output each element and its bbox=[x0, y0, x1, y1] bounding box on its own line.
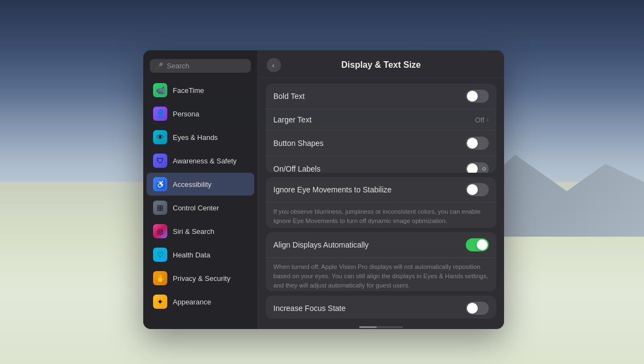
main-title: Display & Text Size bbox=[288, 60, 475, 70]
siri-search-icon: ◎ bbox=[153, 224, 167, 238]
accessibility-label: Accessibility bbox=[173, 180, 212, 189]
privacy-security-icon: ✋ bbox=[153, 271, 167, 285]
on-off-labels-toggle-thumb bbox=[467, 163, 478, 173]
settings-group-text-group: Bold TextLarger TextOff›Button ShapesOn/… bbox=[266, 84, 496, 173]
settings-window: 🎤 Search 📹FaceTime👤Persona👁Eyes & Hands🛡… bbox=[143, 50, 504, 329]
health-data-icon: ♡ bbox=[153, 248, 167, 262]
increase-focus-state-toggle[interactable] bbox=[466, 302, 489, 315]
bold-text-toggle[interactable] bbox=[466, 90, 489, 103]
sidebar-item-control-center[interactable]: ⊞Control Center bbox=[147, 196, 254, 219]
search-placeholder: Search bbox=[167, 62, 189, 70]
settings-row-increase-focus-state[interactable]: Increase Focus State bbox=[266, 296, 496, 319]
sidebar-item-facetime[interactable]: 📹FaceTime bbox=[147, 79, 254, 102]
bold-text-label: Bold Text bbox=[273, 92, 466, 101]
search-bar[interactable]: 🎤 Search bbox=[150, 59, 251, 73]
sidebar-item-appearance[interactable]: ✦Appearance bbox=[147, 290, 254, 313]
main-content: ‹ Display & Text Size Bold TextLarger Te… bbox=[258, 50, 504, 329]
sidebar-item-accessibility[interactable]: ♿Accessibility bbox=[147, 173, 254, 196]
awareness-safety-icon: 🛡 bbox=[153, 154, 167, 168]
align-displays-label: Align Displays Automatically bbox=[273, 240, 466, 249]
bold-text-toggle-thumb bbox=[467, 91, 478, 102]
facetime-label: FaceTime bbox=[173, 86, 204, 95]
sidebar-item-privacy-security[interactable]: ✋Privacy & Security bbox=[147, 267, 254, 290]
persona-icon: 👤 bbox=[153, 107, 167, 121]
settings-group-eye-movement-group: Ignore Eye Movements to StabilizeIf you … bbox=[266, 177, 496, 228]
align-displays-toggle[interactable] bbox=[466, 238, 489, 251]
eye-movement-group-description: If you observe blurriness, jumpiness or … bbox=[266, 203, 496, 228]
on-off-labels-toggle[interactable]: O bbox=[466, 162, 489, 173]
appearance-label: Appearance bbox=[173, 298, 211, 306]
search-container: 🎤 Search bbox=[143, 55, 257, 78]
accessibility-icon: ♿ bbox=[153, 177, 167, 191]
sidebar-item-eyes-hands[interactable]: 👁Eyes & Hands bbox=[147, 126, 254, 149]
settings-row-button-shapes[interactable]: Button Shapes bbox=[266, 131, 496, 156]
sidebar-item-awareness-safety[interactable]: 🛡Awareness & Safety bbox=[147, 149, 254, 172]
ignore-eye-movements-toggle-thumb bbox=[467, 184, 478, 195]
button-shapes-toggle-thumb bbox=[467, 138, 478, 149]
back-chevron-icon: ‹ bbox=[272, 61, 274, 69]
facetime-icon: 📹 bbox=[153, 83, 167, 97]
settings-row-align-displays[interactable]: Align Displays Automatically bbox=[266, 232, 496, 258]
sidebar-item-health-data[interactable]: ♡Health Data bbox=[147, 243, 254, 266]
settings-row-ignore-eye-movements[interactable]: Ignore Eye Movements to Stabilize bbox=[266, 177, 496, 203]
button-shapes-label: Button Shapes bbox=[273, 139, 466, 148]
sidebar-item-persona[interactable]: 👤Persona bbox=[147, 102, 254, 125]
awareness-safety-label: Awareness & Safety bbox=[173, 157, 237, 165]
appearance-icon: ✦ bbox=[153, 295, 167, 309]
sidebar-item-siri-search[interactable]: ◎Siri & Search bbox=[147, 220, 254, 243]
privacy-security-label: Privacy & Security bbox=[173, 274, 230, 283]
content-area: Bold TextLarger TextOff›Button ShapesOn/… bbox=[258, 78, 504, 324]
align-displays-toggle-thumb bbox=[477, 239, 488, 250]
control-center-icon: ⊞ bbox=[153, 201, 167, 215]
ignore-eye-movements-toggle[interactable] bbox=[466, 183, 489, 196]
control-center-label: Control Center bbox=[173, 204, 219, 212]
sidebar: 🎤 Search 📹FaceTime👤Persona👁Eyes & Hands🛡… bbox=[143, 50, 258, 329]
increase-focus-state-toggle-thumb bbox=[467, 303, 478, 314]
eyes-hands-icon: 👁 bbox=[153, 130, 167, 144]
health-data-label: Health Data bbox=[173, 251, 210, 259]
scroll-progress bbox=[359, 326, 377, 328]
siri-search-label: Siri & Search bbox=[173, 227, 214, 236]
on-off-labels-toggle-o-label: O bbox=[482, 166, 486, 172]
back-button[interactable]: ‹ bbox=[267, 58, 281, 72]
ignore-eye-movements-label: Ignore Eye Movements to Stabilize bbox=[273, 185, 466, 194]
scroll-indicator bbox=[258, 324, 504, 329]
settings-group-align-group: Align Displays AutomaticallyWhen turned … bbox=[266, 232, 496, 291]
settings-row-on-off-labels[interactable]: On/Off LabelsO bbox=[266, 156, 496, 173]
settings-group-focus-group: Increase Focus State bbox=[266, 296, 496, 319]
scroll-bar bbox=[359, 326, 403, 328]
align-group-description: When turned off, Apple Vision Pro displa… bbox=[266, 258, 496, 291]
larger-text-chevron-icon: › bbox=[487, 116, 489, 124]
on-off-labels-label: On/Off Labels bbox=[273, 165, 466, 173]
larger-text-value: Off bbox=[475, 116, 484, 124]
sidebar-items-list: 📹FaceTime👤Persona👁Eyes & Hands🛡Awareness… bbox=[143, 78, 257, 329]
microphone-icon: 🎤 bbox=[155, 62, 163, 70]
settings-row-larger-text[interactable]: Larger TextOff› bbox=[266, 109, 496, 131]
increase-focus-state-label: Increase Focus State bbox=[273, 304, 466, 313]
settings-row-bold-text[interactable]: Bold Text bbox=[266, 84, 496, 109]
button-shapes-toggle[interactable] bbox=[466, 137, 489, 150]
main-header: ‹ Display & Text Size bbox=[258, 50, 504, 78]
persona-label: Persona bbox=[173, 110, 199, 118]
eyes-hands-label: Eyes & Hands bbox=[173, 133, 218, 142]
larger-text-label: Larger Text bbox=[273, 115, 475, 124]
